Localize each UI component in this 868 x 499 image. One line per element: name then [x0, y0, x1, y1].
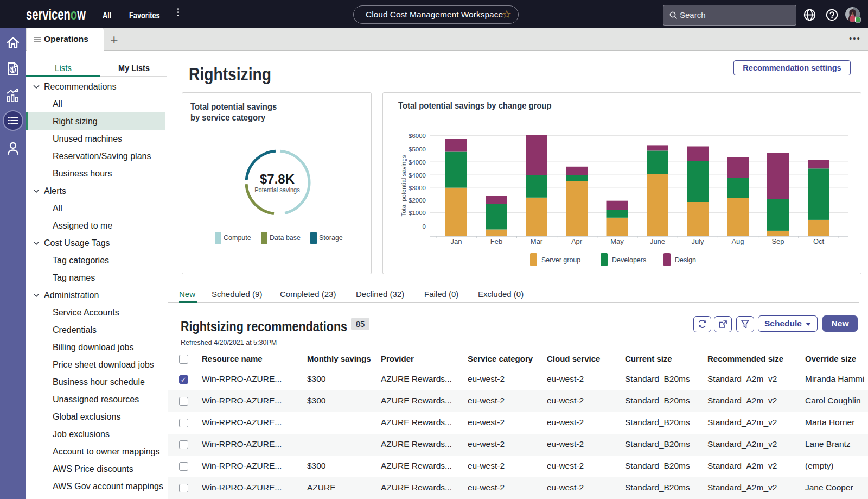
svg-text:Aug: Aug [731, 237, 744, 245]
svg-text:June: June [650, 237, 665, 245]
svg-text:Developers: Developers [612, 256, 646, 264]
svg-text:May: May [610, 237, 624, 245]
svg-text:$3000: $3000 [409, 185, 426, 191]
svg-text:Oct: Oct [813, 237, 825, 245]
svg-text:July: July [691, 237, 704, 245]
svg-text:$2000: $2000 [409, 197, 426, 204]
svg-text:Sep: Sep [771, 237, 784, 245]
svg-text:$6000: $6000 [409, 132, 426, 139]
svg-text:$1000: $1000 [409, 210, 426, 216]
svg-text:Jan: Jan [451, 237, 462, 245]
svg-text:Mar: Mar [531, 237, 543, 245]
svg-text:Total potential savings: Total potential savings [400, 155, 407, 216]
svg-text:Feb: Feb [490, 237, 502, 245]
svg-text:$4000: $4000 [409, 159, 426, 166]
svg-text:$4000: $4000 [409, 172, 426, 179]
svg-text:0: 0 [423, 223, 426, 230]
svg-text:Server group: Server group [541, 256, 580, 264]
svg-text:Apr: Apr [571, 237, 583, 245]
svg-text:Design: Design [675, 256, 696, 264]
svg-text:$5000: $5000 [409, 146, 426, 153]
